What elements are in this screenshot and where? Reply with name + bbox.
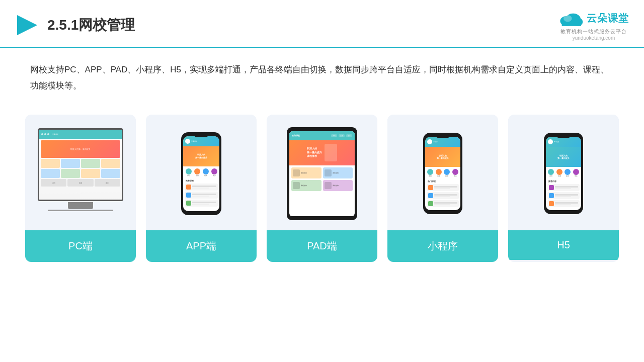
description-text: 网校支持PC、APP、PAD、小程序、H5，实现多端打通，产品各终端自由切换，数… <box>0 48 644 100</box>
page-title: 2.5.1网校管理 <box>47 16 135 35</box>
cloud-icon <box>558 9 584 27</box>
logo-url: yunduoketang.com <box>573 35 615 41</box>
card-miniprogram-label: 小程序 <box>387 230 498 262</box>
card-pc-label: PC端 <box>25 230 136 262</box>
cards-section: 云朵课堂 职涯人的第一量向提升 <box>0 100 644 277</box>
page-header: 2.5.1网校管理 云朵课堂 教育机构一站式服务云平台 yunduoketang… <box>0 0 644 48</box>
card-miniprogram: 小程序 职涯人的第一量向提升 课程 直播 <box>387 115 498 262</box>
card-pad-label: PAD端 <box>267 230 377 262</box>
logo-name: 云朵课堂 <box>587 12 629 25</box>
play-icon <box>15 13 39 37</box>
card-h5-image: H5页面 职涯人的第一量向提升 课程 直播 <box>508 115 619 230</box>
app-phone-mockup: 云朵课堂 职涯人的第一量向提升 课程 直播 <box>181 132 221 215</box>
logo-cloud: 云朵课堂 <box>558 9 629 27</box>
card-app-image: 云朵课堂 职涯人的第一量向提升 课程 直播 <box>146 115 257 230</box>
logo-area: 云朵课堂 教育机构一站式服务云平台 yunduoketang.com <box>558 9 629 41</box>
card-h5-label: H5 <box>508 230 619 260</box>
header-left: 2.5.1网校管理 <box>15 13 135 37</box>
svg-point-5 <box>564 15 572 22</box>
card-app: 云朵课堂 职涯人的第一量向提升 课程 直播 <box>146 115 257 262</box>
card-app-label: APP端 <box>146 230 257 262</box>
monitor-screen: 云朵课堂 职涯人的第一量向提升 <box>38 128 123 201</box>
logo-tagline: 教育机构一站式服务云平台 <box>560 28 627 35</box>
card-h5: H5页面 职涯人的第一量向提升 课程 直播 <box>508 115 619 262</box>
svg-rect-4 <box>562 21 581 26</box>
card-pad-image: 云朵课堂 课程 直播 题库 职涯人的第一量向提升课程推荐 <box>267 115 377 230</box>
card-pc-image: 云朵课堂 职涯人的第一量向提升 <box>25 115 136 230</box>
svg-marker-0 <box>17 15 37 35</box>
card-miniprogram-image: 小程序 职涯人的第一量向提升 课程 直播 <box>387 115 498 230</box>
h5-phone-mockup: H5页面 职涯人的第一量向提升 课程 直播 <box>544 133 583 214</box>
pc-monitor: 云朵课堂 职涯人的第一量向提升 <box>35 128 126 219</box>
pad-tablet-mockup: 云朵课堂 课程 直播 题库 职涯人的第一量向提升课程推荐 <box>287 127 357 220</box>
card-pc: 云朵课堂 职涯人的第一量向提升 <box>25 115 136 262</box>
card-pad: 云朵课堂 课程 直播 题库 职涯人的第一量向提升课程推荐 <box>267 115 377 262</box>
miniprogram-phone-mockup: 小程序 职涯人的第一量向提升 课程 直播 <box>423 133 462 214</box>
